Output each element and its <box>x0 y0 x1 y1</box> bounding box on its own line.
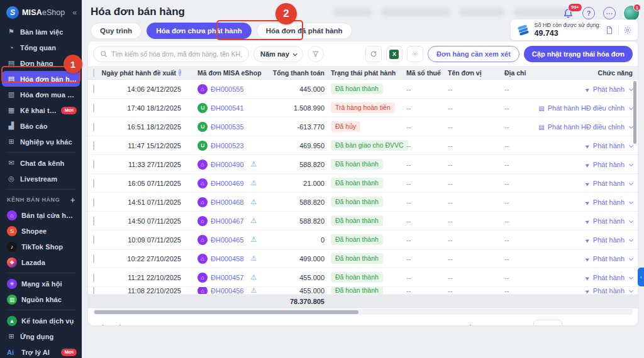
sidebar-channel-item[interactable]: ❖ Lazada <box>0 254 82 270</box>
sidebar-item[interactable]: ▥ Hóa đơn mua hàng <box>0 87 82 102</box>
sidebar-item[interactable]: ◔ Tổng quan <box>0 40 82 55</box>
row-checkbox[interactable] <box>93 141 94 150</box>
row-checkbox[interactable] <box>93 254 94 263</box>
chevron-down-icon[interactable] <box>629 162 633 166</box>
side-panel-toggle[interactable] <box>638 268 644 286</box>
warning-triangle-icon[interactable] <box>251 287 257 295</box>
action-link[interactable]: Phát hành <box>585 161 625 168</box>
export-excel-button[interactable]: X <box>386 46 402 62</box>
next-page-icon[interactable] <box>613 324 618 326</box>
chevron-down-icon[interactable] <box>629 87 633 91</box>
chevron-down-icon[interactable] <box>629 288 633 293</box>
sidebar-item[interactable]: ✉ Chat đa kênh <box>0 155 82 171</box>
chevron-down-icon[interactable] <box>629 275 633 279</box>
action-link[interactable]: Phát hành <box>585 255 625 263</box>
order-code-link[interactable]: ĐH000468 <box>211 198 244 206</box>
horizontal-scrollbar-thumb[interactable] <box>94 310 358 314</box>
tab[interactable]: Hóa đơn chưa phát hành <box>147 23 252 39</box>
filter-button[interactable] <box>308 46 324 62</box>
warning-triangle-icon[interactable] <box>251 179 257 187</box>
sidebar-item[interactable]: ▤ Hóa đơn bán hàng <box>2 71 80 87</box>
row-checkbox[interactable] <box>93 287 94 295</box>
order-code-link[interactable]: ĐH000457 <box>211 274 244 281</box>
sidebar-item[interactable]: ▟ Báo cáo <box>0 118 82 134</box>
order-code-link[interactable]: ĐH000490 <box>211 161 244 168</box>
vertical-scrollbar[interactable] <box>633 81 636 144</box>
chevron-down-icon[interactable] <box>629 124 633 129</box>
warning-triangle-icon[interactable] <box>251 160 257 168</box>
sidebar-channel-item[interactable]: ▥ Nguồn khác <box>0 291 82 307</box>
action-link[interactable]: Phát hành <box>585 217 625 225</box>
order-code-link[interactable]: ĐH000535 <box>211 123 244 131</box>
order-code-link[interactable]: ĐH000555 <box>211 85 244 93</box>
tab[interactable]: Quy trình <box>91 23 142 39</box>
sidebar-channel-item[interactable]: S Shopee <box>0 223 82 239</box>
row-checkbox[interactable] <box>93 179 94 188</box>
last-page-icon[interactable] <box>623 324 630 326</box>
sidebar-item[interactable]: ⊞ Ứng dụng <box>0 328 82 344</box>
document-icon[interactable] <box>605 26 614 35</box>
info-icon[interactable]: i <box>179 69 181 76</box>
row-checkbox[interactable] <box>93 85 94 94</box>
order-code-link[interactable]: ĐH000456 <box>211 287 244 295</box>
sidebar-item[interactable]: ▦ Kê khai thuế Mới <box>0 102 82 118</box>
warning-triangle-icon[interactable] <box>251 273 257 281</box>
sidebar-item[interactable]: Ai Trợ lý AI Mới <box>0 344 82 358</box>
first-page-icon[interactable] <box>589 324 596 326</box>
order-code-link[interactable]: ĐH000458 <box>211 255 244 263</box>
sidebar-item[interactable]: ◎ Livestream <box>0 171 82 187</box>
order-code-link[interactable]: ĐH000541 <box>211 104 244 112</box>
action-link[interactable]: Phát hành <box>585 198 625 206</box>
order-code-link[interactable]: ĐH000523 <box>211 142 244 149</box>
tab[interactable]: Hóa đơn đã phát hành <box>257 23 352 39</box>
chevron-down-icon[interactable] <box>629 219 633 223</box>
warning-triangle-icon[interactable] <box>251 217 257 225</box>
update-invoice-status-button[interactable]: Cập nhật trạng thái hóa đơn <box>524 46 633 62</box>
row-checkbox[interactable] <box>93 236 94 244</box>
help-icon[interactable]: ? <box>582 7 595 19</box>
per-page-select[interactable]: 50 <box>533 320 562 325</box>
action-link[interactable]: Phát hành <box>585 287 625 295</box>
order-code-link[interactable]: ĐH000469 <box>211 180 244 187</box>
period-dropdown[interactable]: Năm nay <box>253 46 303 62</box>
row-checkbox[interactable] <box>93 160 94 169</box>
sidebar-channel-item[interactable]: ✳ Mạng xã hội <box>0 276 82 291</box>
prev-page-icon[interactable] <box>601 324 606 326</box>
sidebar-item[interactable]: ⚑ Bàn làm việc <box>0 24 82 40</box>
avatar[interactable]: 1 <box>624 6 639 21</box>
action-link[interactable]: Phát hành <box>585 85 625 93</box>
select-all-checkbox[interactable] <box>93 68 94 77</box>
chevron-down-icon[interactable] <box>629 181 633 185</box>
sidebar-channel-item[interactable]: ♪ TikTok Shop <box>0 239 82 254</box>
order-code-link[interactable]: ĐH000467 <box>211 217 244 225</box>
row-checkbox[interactable] <box>93 217 94 225</box>
sidebar-item[interactable]: ▲ Kế toán dịch vụ <box>0 313 82 328</box>
row-checkbox[interactable] <box>93 273 94 282</box>
row-checkbox[interactable] <box>93 122 94 131</box>
action-link[interactable]: Phát hành HĐ điều chỉnh <box>538 104 625 112</box>
review-orders-button[interactable]: Đơn hàng cần xem xét <box>428 46 519 62</box>
notification-bell-icon[interactable]: 99+ <box>562 7 574 19</box>
warning-triangle-icon[interactable] <box>251 254 257 263</box>
add-channel-icon[interactable] <box>70 195 75 205</box>
action-link[interactable]: Phát hành <box>585 142 625 149</box>
sidebar-collapse-icon[interactable] <box>72 8 77 17</box>
action-link[interactable]: Phát hành <box>585 274 625 281</box>
chevron-down-icon[interactable] <box>629 256 633 261</box>
sidebar-item[interactable]: ⊞ Nghiệp vụ khác <box>0 134 82 149</box>
chevron-down-icon[interactable] <box>629 237 633 242</box>
order-code-link[interactable]: ĐH000465 <box>211 236 244 244</box>
column-settings-button[interactable] <box>407 46 423 62</box>
row-checkbox[interactable] <box>93 104 94 112</box>
warning-triangle-icon[interactable] <box>251 236 257 244</box>
warning-triangle-icon[interactable] <box>251 198 257 206</box>
row-checkbox[interactable] <box>93 198 94 207</box>
refresh-button[interactable] <box>365 46 382 62</box>
chevron-down-icon[interactable] <box>629 200 633 204</box>
chevron-down-icon[interactable] <box>629 143 633 148</box>
chevron-down-icon[interactable] <box>629 106 633 110</box>
action-link[interactable]: Phát hành <box>585 180 625 187</box>
gear-icon[interactable] <box>623 26 632 35</box>
search-input[interactable] <box>111 50 242 58</box>
sidebar-channel-item[interactable]: ⌂ Bán tại cửa hàng <box>0 207 82 223</box>
